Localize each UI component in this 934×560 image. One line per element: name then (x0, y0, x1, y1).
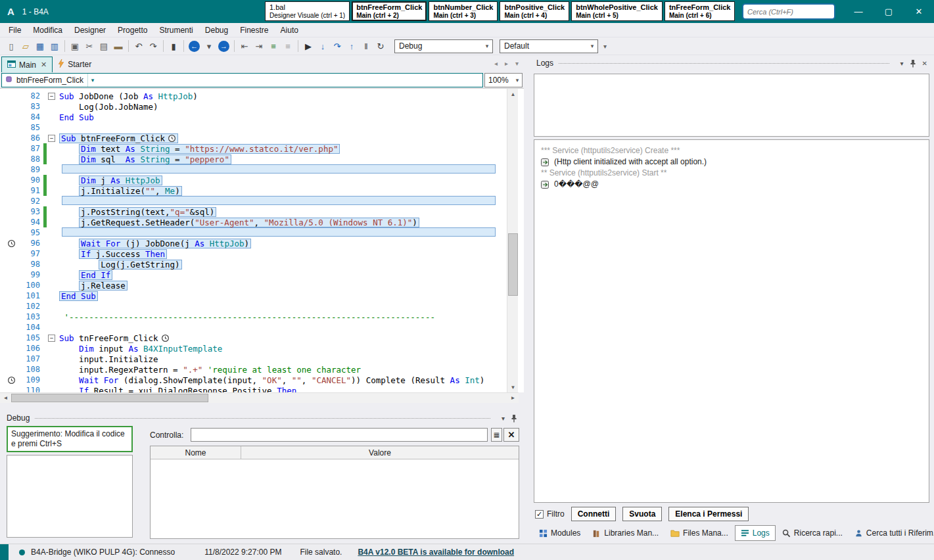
bottom-tab-files-mana[interactable]: Files Mana... (665, 526, 734, 540)
scroll-down-icon[interactable]: ▼ (507, 382, 519, 392)
tab-list-icon[interactable]: ▾ (515, 60, 519, 67)
copy-icon[interactable]: ▤ (97, 39, 111, 53)
tab-close-icon[interactable]: ✕ (41, 60, 47, 69)
code-line[interactable]: 96 Wait For (j) JobDone(j As HttpJob) (0, 238, 507, 248)
bottom-tab-ricerca-rapi[interactable]: Ricerca rapi... (777, 526, 848, 540)
menu-file[interactable]: File (3, 24, 27, 37)
designer-icon[interactable]: ▣ (68, 39, 82, 53)
fold-toggle-icon[interactable]: − (48, 93, 55, 100)
minimize-button[interactable]: — (843, 0, 874, 23)
bottom-tab-modules[interactable]: Modules (534, 526, 586, 540)
undo-icon[interactable]: ↶ (131, 39, 146, 53)
menu-aiuto[interactable]: Aiuto (275, 24, 304, 37)
code-line[interactable]: 106 Dim input As B4XInputTemplate (0, 343, 507, 354)
watch-input[interactable] (191, 428, 488, 442)
run-icon[interactable]: ▶ (301, 39, 315, 53)
code-line[interactable]: 100 j.Release (0, 280, 507, 291)
tab-starter[interactable]: Starter (53, 57, 97, 72)
cut-icon[interactable]: ✂ (82, 39, 97, 53)
titlebar-tab-btnnumber-click[interactable]: btnNumber_ClickMain (ctrl + 3) (429, 1, 498, 21)
titlebar-tab-1-bal[interactable]: 1.balDesigner Visuale (ctrl + 1) (265, 1, 350, 21)
code-line[interactable]: 110 If Result = xui.DialogResponse_Posit… (0, 385, 507, 392)
redo-icon[interactable]: ↷ (146, 39, 160, 53)
code-line[interactable]: 82−Sub JobDone (Job As HttpJob) (0, 91, 507, 101)
titlebar-tab-btnpositive-click[interactable]: btnPositive_ClickMain (ctrl + 4) (500, 1, 569, 21)
scroll-left-icon[interactable]: ◄ (0, 393, 11, 403)
column-header-nome[interactable]: Nome (151, 446, 241, 459)
code-line[interactable]: 83 Log(Job.JobName) (0, 101, 507, 112)
code-line[interactable]: 101End Sub (0, 291, 507, 301)
close-button[interactable]: ✕ (904, 0, 934, 23)
indent-decrease-icon[interactable]: ⇤ (237, 39, 252, 53)
navigate-back-icon[interactable]: ← (189, 41, 200, 52)
indent-increase-icon[interactable]: ⇥ (252, 39, 266, 53)
method-dropdown[interactable]: btnFreeForm_Click ▾ (1, 73, 483, 87)
code-line[interactable]: 93 j.PostString(text,"q="&sql) (0, 206, 507, 217)
clear-watch-button[interactable]: ✕ (503, 428, 519, 442)
filter-checkbox[interactable]: ✓ (535, 510, 544, 519)
connect-button[interactable]: Connetti (571, 507, 617, 521)
scroll-up-icon[interactable]: ▲ (507, 89, 519, 99)
code-line[interactable]: 102 (0, 301, 507, 312)
tab-scroll-left-icon[interactable]: ◂ (494, 60, 498, 67)
code-line[interactable]: 95 (0, 227, 507, 238)
pause-icon[interactable]: ‖ (359, 39, 373, 53)
horizontal-scrollbar[interactable]: ◄ ► (0, 392, 519, 403)
vertical-scrollbar[interactable]: ▲ ▼ (507, 89, 518, 392)
code-line[interactable]: 109 Wait For (dialog.ShowTemplate(input,… (0, 375, 507, 385)
code-line[interactable]: 92 (0, 196, 507, 206)
titlebar-tab-tnfreeform-click[interactable]: tnFreeForm_ClickMain (ctrl + 6) (665, 1, 736, 21)
code-line[interactable]: 99 End If (0, 269, 507, 280)
code-line[interactable]: 89 (0, 164, 507, 175)
navigate-forward-icon[interactable]: → (218, 41, 229, 52)
code-line[interactable]: 85 (0, 122, 507, 133)
list-permissions-button[interactable]: Elenca i Permessi (668, 507, 749, 521)
fold-toggle-icon[interactable]: − (48, 135, 55, 142)
comment-icon[interactable]: ≡ (266, 39, 281, 53)
evaluate-button[interactable]: ▦ (491, 428, 502, 442)
chevron-down-icon[interactable]: ▾ (502, 415, 505, 422)
debug-watch-list[interactable] (7, 455, 133, 538)
open-project-icon[interactable]: ▱ (18, 39, 33, 53)
code-line[interactable]: 107 input.Initialize (0, 354, 507, 364)
menu-modifica[interactable]: Modifica (27, 24, 68, 37)
chevron-down-icon[interactable]: ▾ (900, 60, 904, 67)
uncomment-icon[interactable]: ≡ (281, 39, 295, 53)
code-line[interactable]: 91 j.Initialize("", Me) (0, 185, 507, 196)
bottom-tab-logs[interactable]: Logs (735, 525, 776, 541)
code-line[interactable]: 103 '-----------------------------------… (0, 312, 507, 322)
fold-toggle-icon[interactable]: − (48, 335, 55, 342)
code-line[interactable]: 88 Dim sql As String = "peppero" (0, 154, 507, 164)
menu-finestre[interactable]: Finestre (234, 24, 274, 37)
tab-scroll-right-icon[interactable]: ▸ (505, 60, 508, 67)
logs-secondary-area[interactable] (534, 74, 929, 137)
paste-icon[interactable]: ▬ (111, 39, 126, 53)
titlebar-tab-btnwholepositive-click[interactable]: btnWholePositive_ClickMain (ctrl + 5) (571, 1, 663, 21)
code-line[interactable]: 90 Dim j As HttpJob (0, 175, 507, 185)
pin-icon[interactable] (910, 59, 916, 68)
horizontal-scrollbar-thumb[interactable] (11, 394, 208, 402)
logs-output-area[interactable]: *** Service (httputils2service) Create *… (534, 139, 929, 503)
debug-mode-dropdown[interactable]: Debug ▾ (394, 39, 493, 53)
maximize-button[interactable]: ▢ (874, 0, 904, 23)
menu-strumenti[interactable]: Strumenti (153, 24, 198, 37)
tab-main[interactable]: Main ✕ (1, 57, 53, 72)
bottom-tab-cerca-tutti-i-riferim[interactable]: Cerca tutti i Riferim... (849, 526, 934, 540)
vertical-scrollbar-thumb[interactable] (508, 233, 518, 296)
vertical-splitter[interactable] (524, 55, 530, 544)
search-input[interactable] (743, 8, 835, 16)
code-line[interactable]: 98 Log(j.GetString) (0, 259, 507, 269)
zoom-dropdown[interactable]: 100% ▾ (484, 73, 523, 87)
clear-logs-button[interactable]: Svuota (622, 507, 662, 521)
step-into-icon[interactable]: ↓ (315, 39, 330, 53)
toolbar-overflow-icon[interactable]: ▾ (603, 43, 607, 50)
save-all-icon[interactable]: ▥ (47, 39, 62, 53)
bottom-tab-libraries-man[interactable]: Libraries Man... (587, 526, 664, 540)
update-link[interactable]: B4A v12.0 BETA is available for download (358, 548, 514, 557)
build-config-dropdown[interactable]: Default ▾ (500, 39, 598, 53)
code-line[interactable]: 108 input.RegexPattern = ".+" 'require a… (0, 364, 507, 375)
code-line[interactable]: 94 j.GetRequest.SetHeader("User-Agent", … (0, 217, 507, 227)
step-out-icon[interactable]: ↑ (344, 39, 359, 53)
code-editor[interactable]: 82−Sub JobDone (Job As HttpJob)83 Log(Jo… (0, 88, 524, 392)
code-line[interactable]: 104 (0, 322, 507, 333)
